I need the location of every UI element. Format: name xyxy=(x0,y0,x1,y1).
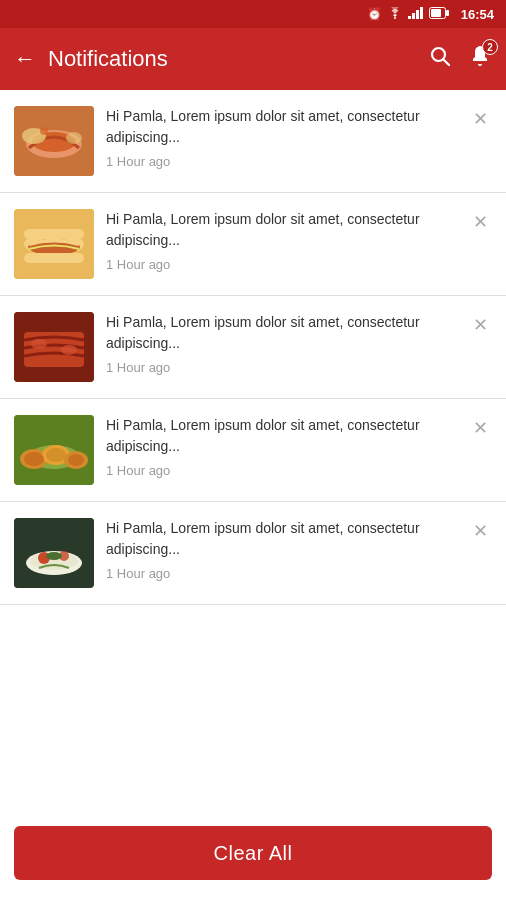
notification-time: 1 Hour ago xyxy=(106,566,457,581)
svg-rect-19 xyxy=(24,253,84,263)
notification-image xyxy=(14,312,94,382)
content-area: Hi Pamla, Lorem ipsum dolor sit amet, co… xyxy=(0,90,506,900)
alarm-icon: ⏰ xyxy=(367,7,382,21)
svg-point-0 xyxy=(394,17,396,19)
notification-text: Hi Pamla, Lorem ipsum dolor sit amet, co… xyxy=(94,209,469,272)
svg-rect-7 xyxy=(431,9,441,17)
notification-message: Hi Pamla, Lorem ipsum dolor sit amet, co… xyxy=(106,209,457,251)
notification-item: Hi Pamla, Lorem ipsum dolor sit amet, co… xyxy=(0,90,506,193)
signal-icon xyxy=(408,7,424,22)
svg-rect-6 xyxy=(446,10,449,16)
svg-rect-4 xyxy=(420,7,423,19)
svg-line-9 xyxy=(444,60,450,66)
svg-point-31 xyxy=(46,448,66,462)
header-left: ← Notifications xyxy=(14,46,168,72)
battery-icon xyxy=(429,7,449,22)
notifications-list: Hi Pamla, Lorem ipsum dolor sit amet, co… xyxy=(0,90,506,806)
svg-point-23 xyxy=(31,339,47,349)
header-right: 2 xyxy=(428,44,492,74)
notification-message: Hi Pamla, Lorem ipsum dolor sit amet, co… xyxy=(106,518,457,560)
notification-image xyxy=(14,415,94,485)
notification-item: Hi Pamla, Lorem ipsum dolor sit amet, co… xyxy=(0,296,506,399)
page-title: Notifications xyxy=(48,46,168,72)
dismiss-button[interactable]: ✕ xyxy=(469,314,492,336)
svg-rect-1 xyxy=(408,16,411,19)
notification-text: Hi Pamla, Lorem ipsum dolor sit amet, co… xyxy=(94,312,469,375)
dismiss-button[interactable]: ✕ xyxy=(469,417,492,439)
notification-bell[interactable]: 2 xyxy=(468,44,492,74)
svg-point-30 xyxy=(24,452,44,466)
svg-point-38 xyxy=(46,552,62,560)
notification-message: Hi Pamla, Lorem ipsum dolor sit amet, co… xyxy=(106,415,457,457)
svg-point-32 xyxy=(68,454,84,466)
notification-image xyxy=(14,209,94,279)
notification-time: 1 Hour ago xyxy=(106,154,457,169)
notification-image xyxy=(14,106,94,176)
notification-item: Hi Pamla, Lorem ipsum dolor sit amet, co… xyxy=(0,502,506,605)
notification-text: Hi Pamla, Lorem ipsum dolor sit amet, co… xyxy=(94,518,469,581)
search-icon[interactable] xyxy=(428,44,452,74)
svg-rect-2 xyxy=(412,13,415,19)
app-header: ← Notifications 2 xyxy=(0,28,506,90)
notification-item: Hi Pamla, Lorem ipsum dolor sit amet, co… xyxy=(0,193,506,296)
notification-time: 1 Hour ago xyxy=(106,257,457,272)
svg-point-24 xyxy=(61,345,77,355)
back-button[interactable]: ← xyxy=(14,48,36,70)
status-icons: ⏰ xyxy=(367,7,449,22)
notification-message: Hi Pamla, Lorem ipsum dolor sit amet, co… xyxy=(106,312,457,354)
notification-time: 1 Hour ago xyxy=(106,463,457,478)
notification-text: Hi Pamla, Lorem ipsum dolor sit amet, co… xyxy=(94,106,469,169)
notification-time: 1 Hour ago xyxy=(106,360,457,375)
notification-item: Hi Pamla, Lorem ipsum dolor sit amet, co… xyxy=(0,399,506,502)
dismiss-button[interactable]: ✕ xyxy=(469,108,492,130)
bell-badge: 2 xyxy=(482,39,498,55)
svg-point-14 xyxy=(66,132,82,144)
dismiss-button[interactable]: ✕ xyxy=(469,211,492,233)
notification-text: Hi Pamla, Lorem ipsum dolor sit amet, co… xyxy=(94,415,469,478)
notification-image xyxy=(14,518,94,588)
wifi-icon xyxy=(387,7,403,22)
status-time: 16:54 xyxy=(461,7,494,22)
clear-all-button[interactable]: Clear All xyxy=(14,826,492,880)
status-bar: ⏰ 16:54 xyxy=(0,0,506,28)
clear-all-section: Clear All xyxy=(0,806,506,900)
svg-point-15 xyxy=(40,127,48,135)
svg-rect-20 xyxy=(24,229,84,239)
dismiss-button[interactable]: ✕ xyxy=(469,520,492,542)
notification-message: Hi Pamla, Lorem ipsum dolor sit amet, co… xyxy=(106,106,457,148)
svg-rect-3 xyxy=(416,10,419,19)
